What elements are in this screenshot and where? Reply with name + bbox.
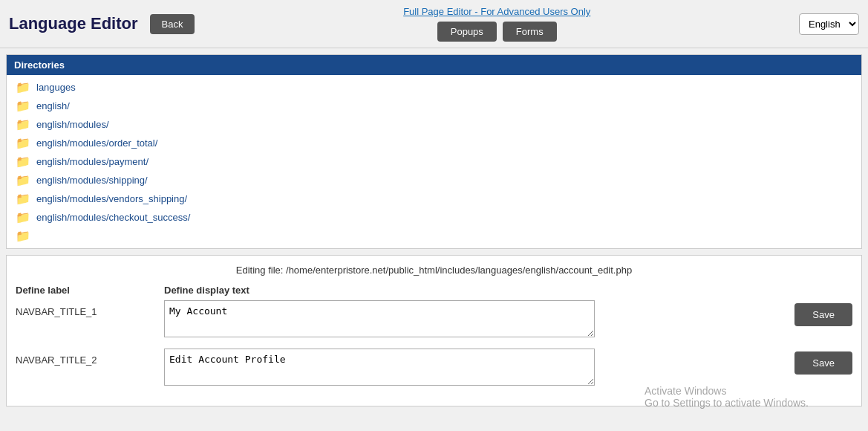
- directory-item-label: english/: [36, 100, 70, 111]
- directory-item[interactable]: 📁english/modules/: [7, 115, 861, 134]
- directory-item-label: english/modules/checkout_success/: [36, 212, 190, 223]
- folder-icon: 📁: [16, 210, 30, 224]
- header-left: Language Editor Back: [9, 14, 195, 34]
- folder-icon: 📁: [16, 117, 30, 132]
- directory-item[interactable]: 📁english/modules/vendors_shipping/: [7, 189, 861, 208]
- col-header-label: Define label: [16, 285, 164, 296]
- define-label-0: NAVBAR_TITLE_1: [16, 300, 164, 317]
- define-label-1: NAVBAR_TITLE_2: [16, 349, 164, 366]
- directory-item-label: english/modules/shipping/: [36, 175, 148, 186]
- header: Language Editor Back Full Page Editor - …: [0, 0, 868, 48]
- editing-section: Editing file: /home/enterpristore.net/pu…: [6, 255, 862, 406]
- directory-item-label: english/modules/vendors_shipping/: [36, 193, 187, 204]
- col-header-text: Define display text: [164, 285, 852, 296]
- forms-button[interactable]: Forms: [503, 22, 557, 42]
- directory-item[interactable]: 📁english/modules/order_total/: [7, 134, 861, 152]
- save-button-0[interactable]: Save: [794, 303, 852, 326]
- form-rows: NAVBAR_TITLE_1SaveNAVBAR_TITLE_2Save: [16, 300, 852, 388]
- full-page-editor-link[interactable]: Full Page Editor - For Advanced Users On…: [403, 6, 590, 17]
- directory-item-label: languges: [36, 82, 76, 93]
- directory-item-label: english/modules/order_total/: [36, 137, 157, 149]
- directory-header: Directories: [7, 55, 861, 75]
- app-title: Language Editor: [9, 14, 138, 33]
- directory-item[interactable]: 📁english/modules/payment/: [7, 152, 861, 171]
- directory-item[interactable]: 📁english/modules/shipping/: [7, 171, 861, 189]
- directory-item[interactable]: 📁english/: [7, 97, 861, 115]
- directory-item[interactable]: 📁: [7, 227, 861, 245]
- directory-item-label: english/modules/: [36, 119, 109, 130]
- define-text-col-0: [164, 300, 763, 340]
- form-headers: Define label Define display text: [16, 285, 852, 296]
- header-right: English: [799, 13, 859, 35]
- save-button-1[interactable]: Save: [794, 351, 852, 375]
- define-text-col-1: [164, 349, 763, 388]
- folder-icon: 📁: [16, 80, 30, 94]
- directory-panel: Directories 📁languges📁english/📁english/m…: [6, 54, 862, 249]
- define-text-input-1[interactable]: [164, 349, 595, 386]
- folder-icon: 📁: [16, 229, 30, 243]
- language-select[interactable]: English: [799, 13, 859, 35]
- save-col-1: Save: [763, 349, 852, 375]
- folder-icon: 📁: [16, 173, 30, 187]
- save-col-0: Save: [763, 300, 852, 326]
- back-button[interactable]: Back: [150, 14, 195, 34]
- folder-icon: 📁: [16, 136, 30, 150]
- editing-file-info: Editing file: /home/enterpristore.net/pu…: [16, 265, 852, 276]
- directory-item[interactable]: 📁languges: [7, 78, 861, 97]
- define-text-input-0[interactable]: [164, 300, 595, 337]
- directory-item-label: english/modules/payment/: [36, 156, 149, 167]
- form-row: NAVBAR_TITLE_2Save: [16, 349, 852, 388]
- folder-icon: 📁: [16, 192, 30, 206]
- form-row: NAVBAR_TITLE_1Save: [16, 300, 852, 340]
- header-center: Full Page Editor - For Advanced Users On…: [403, 6, 590, 42]
- directory-list: 📁languges📁english/📁english/modules/📁engl…: [7, 75, 861, 248]
- popups-button[interactable]: Popups: [437, 22, 497, 42]
- folder-icon: 📁: [16, 99, 30, 113]
- header-center-buttons: Popups Forms: [437, 22, 557, 42]
- folder-icon: 📁: [16, 155, 30, 169]
- directory-item[interactable]: 📁english/modules/checkout_success/: [7, 208, 861, 227]
